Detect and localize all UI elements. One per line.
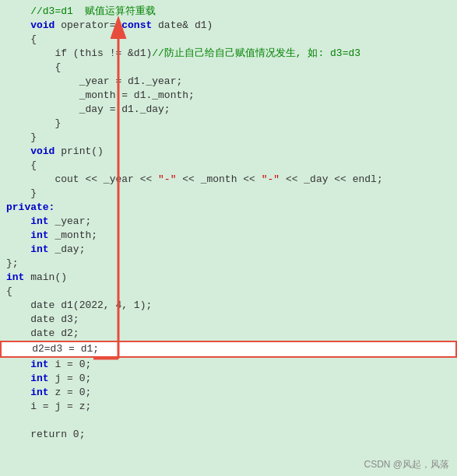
code-line: date d3;: [0, 313, 457, 327]
code-line: {: [0, 285, 457, 299]
code-line: _day = d1._day;: [0, 103, 457, 117]
code-line: [0, 414, 457, 428]
code-line: //d3=d1 赋值运算符重载: [0, 5, 457, 19]
code-line: i = j = z;: [0, 400, 457, 414]
code-line: {: [0, 159, 457, 173]
code-line: int main(): [0, 271, 457, 285]
code-line: {: [0, 33, 457, 47]
code-line: int j = 0;: [0, 372, 457, 386]
code-lines: //d3=d1 赋值运算符重载 void operator=(const dat…: [0, 5, 457, 442]
code-line: if (this != &d1)//防止自己给自己赋值情况发生, 如: d3=d…: [0, 47, 457, 61]
code-line: int z = 0;: [0, 386, 457, 400]
code-line: cout << _year << "-" << _month << "-" <<…: [0, 173, 457, 187]
code-line: }: [0, 187, 457, 201]
code-line: _month = d1._month;: [0, 89, 457, 103]
code-line: }: [0, 117, 457, 131]
code-line: }: [0, 131, 457, 145]
code-line: void print(): [0, 145, 457, 159]
code-line: int _month;: [0, 229, 457, 243]
code-line: int i = 0;: [0, 358, 457, 372]
code-line: int _day;: [0, 243, 457, 257]
code-line: date d1(2022, 4, 1);: [0, 299, 457, 313]
code-line: };: [0, 257, 457, 271]
code-line: {: [0, 61, 457, 75]
code-line: return 0;: [0, 428, 457, 442]
footer-text: CSDN @风起，风落: [364, 458, 449, 471]
code-line: private:: [0, 201, 457, 215]
code-line: _year = d1._year;: [0, 75, 457, 89]
code-line: void operator=(const date& d1): [0, 19, 457, 33]
code-container: //d3=d1 赋值运算符重载 void operator=(const dat…: [0, 0, 457, 451]
code-line: int _year;: [0, 215, 457, 229]
code-line: date d2;: [0, 327, 457, 341]
code-line: d2=d3 = d1;: [0, 341, 457, 358]
